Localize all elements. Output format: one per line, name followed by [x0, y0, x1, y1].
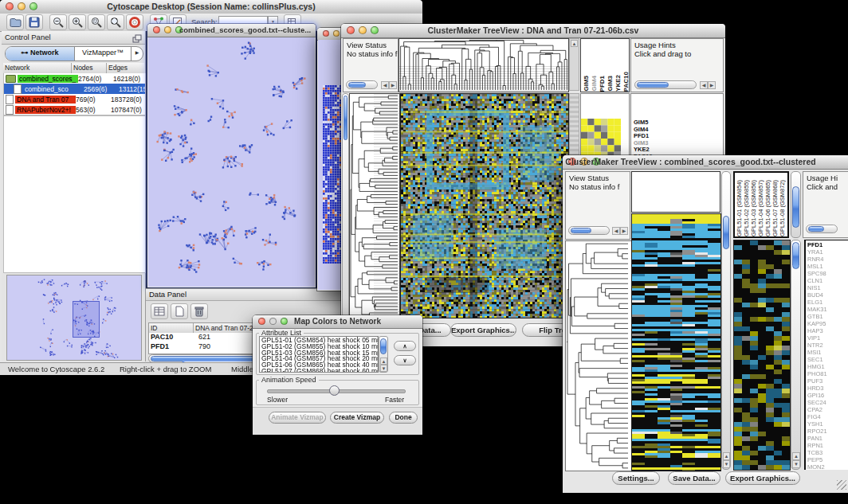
scroll-right-icon[interactable]: ▶ — [620, 227, 628, 235]
move-down-button[interactable]: ∨ — [394, 355, 416, 365]
gene-label[interactable]: RPN1 — [807, 442, 848, 449]
network-list-row[interactable]: DNA and Tran 07769(0)183728(0) — [4, 94, 145, 104]
zoom-vscrollbar[interactable]: ▲ ▼ — [791, 240, 801, 470]
gene-label[interactable]: SPC98 — [807, 270, 848, 277]
gene-label[interactable]: RNR4 — [807, 256, 848, 263]
gene-label[interactable]: BUD4 — [807, 291, 848, 299]
usage-hints-scrollbar[interactable] — [806, 225, 838, 233]
labels-vscrollbar[interactable] — [791, 171, 801, 238]
gene-label[interactable]: PAN1 — [807, 435, 848, 442]
gene-label[interactable]: NTR2 — [807, 342, 848, 349]
zoom-in-button[interactable] — [69, 14, 86, 30]
network-view-titlebar[interactable]: combined_scores_good.txt--cluste... — [147, 24, 316, 37]
dendrogram-scroll-strip[interactable]: ▲ — [569, 38, 579, 91]
treeview2-heatmap-canvas[interactable] — [631, 213, 721, 471]
network-view-canvas[interactable] — [148, 37, 315, 287]
help-button[interactable] — [126, 14, 143, 30]
save-data-button[interactable]: Save Data... — [668, 471, 720, 485]
settings-button[interactable]: Settings... — [612, 471, 660, 485]
create-vizmap-button[interactable]: Create Vizmap — [330, 412, 384, 424]
scroll-down-icon[interactable]: ▼ — [723, 460, 730, 468]
gene-label[interactable]: TCB3 — [807, 449, 848, 456]
tab-overflow-arrow[interactable]: ▶ — [131, 47, 143, 61]
treeview1-vscrollbar[interactable] — [342, 93, 349, 318]
export-graphics-button[interactable]: Export Graphics... — [450, 323, 516, 337]
zoom-heatmap-canvas[interactable] — [733, 240, 791, 471]
table-mode-button[interactable] — [151, 303, 168, 319]
gene-label[interactable]: CLN1 — [807, 277, 848, 284]
tab-vizmapper[interactable]: VizMapper™ — [75, 47, 131, 61]
treeview2-titlebar[interactable]: ClusterMaker TreeView : combined_scores_… — [563, 155, 848, 170]
network-list-row[interactable]: RNAPuberNov2+!563(0)107847(0) — [4, 104, 145, 115]
close-icon[interactable] — [153, 26, 160, 33]
minimize-icon[interactable] — [333, 30, 340, 37]
attribute-list[interactable]: GPL51-01 (GSM854) heat shock 05 minGPL51… — [259, 336, 379, 373]
scroll-up-icon[interactable]: ▲ — [571, 40, 578, 47]
view-status-scrollbar[interactable] — [346, 80, 378, 89]
column-dendrogram-canvas[interactable] — [398, 38, 569, 92]
gene-label[interactable]: PHO81 — [807, 370, 848, 377]
gene-label[interactable]: YRA1 — [807, 248, 848, 256]
scroll-left-icon[interactable]: ◀ — [381, 81, 389, 89]
open-button[interactable] — [6, 14, 24, 30]
scroll-down-icon[interactable]: ▼ — [792, 460, 800, 468]
scroll-right-icon[interactable]: ▶ — [389, 81, 397, 89]
gene-label[interactable]: GPI16 — [807, 392, 848, 399]
gene-label[interactable]: PEP5 — [807, 456, 848, 463]
network-list-row[interactable]: combined_sco2569(6)13112(15) — [4, 84, 145, 94]
gene-label[interactable]: PFD1 — [807, 241, 848, 248]
move-up-button[interactable]: ∧ — [394, 341, 416, 351]
treeview1-heatmap-canvas[interactable] — [400, 93, 569, 318]
col-nodes[interactable]: Nodes — [72, 63, 107, 73]
treeview1-titlebar[interactable]: ClusterMaker TreeView : DNA and Tran 07-… — [341, 24, 725, 38]
treeview2-vscrollbar[interactable]: ▲ ▼ — [721, 171, 731, 470]
gene-label[interactable]: HMG1 — [807, 363, 848, 370]
minimize-icon[interactable] — [164, 26, 171, 33]
scroll-left-icon[interactable]: ◀ — [700, 81, 708, 89]
resize-grip[interactable] — [837, 480, 846, 490]
gene-label[interactable]: CPA2 — [807, 406, 848, 413]
overview-viewport-rect[interactable] — [73, 301, 100, 338]
gene-label[interactable]: SEC24 — [807, 399, 848, 406]
float-panel-icon[interactable] — [132, 33, 142, 47]
gene-label[interactable]: KAP95 — [807, 320, 848, 327]
scroll-right-icon[interactable]: ▶ — [708, 81, 716, 89]
scroll-up-icon[interactable]: ▲ — [380, 357, 387, 365]
gene-label[interactable]: MSI1 — [807, 349, 848, 356]
main-titlebar[interactable]: Cytoscape Desktop (Session Name: collins… — [0, 0, 422, 14]
export-graphics-button[interactable]: Export Graphics... — [725, 471, 800, 485]
row-dendrogram-canvas[interactable] — [349, 93, 400, 318]
gene-label[interactable]: VIP1 — [807, 334, 848, 342]
gene-label[interactable]: YSH1 — [807, 420, 848, 428]
col-edges[interactable]: Edges — [107, 63, 144, 73]
network-list-row[interactable]: combined_scores_2764(0)16218(0) — [4, 73, 145, 84]
similarity-matrix-canvas[interactable] — [581, 119, 621, 158]
delete-attribute-button[interactable] — [190, 303, 208, 319]
dialog-titlebar[interactable]: Map Colors to Network — [253, 315, 422, 329]
done-button[interactable]: Done — [389, 412, 418, 424]
gene-label[interactable]: MON2 — [807, 463, 848, 470]
row-dendrogram-canvas[interactable] — [565, 240, 632, 471]
gene-label[interactable]: HRD3 — [807, 385, 848, 392]
close-icon[interactable] — [323, 30, 329, 37]
tab-network[interactable]: ⊶ Network — [6, 47, 75, 61]
gene-label[interactable]: ELG1 — [807, 299, 848, 306]
usage-hints-scrollbar[interactable] — [634, 80, 697, 89]
scroll-left-icon[interactable]: ◀ — [612, 227, 620, 235]
gene-label[interactable]: GTB1 — [807, 313, 848, 320]
gene-label[interactable]: MAK31 — [807, 306, 848, 313]
view-status-scrollbar[interactable] — [568, 226, 610, 235]
animate-vizmap-button[interactable]: Animate Vizmap — [269, 412, 326, 424]
gene-label[interactable]: PUF3 — [807, 377, 848, 385]
column-dendrogram-area[interactable] — [631, 171, 720, 213]
attribute-list-item[interactable]: GPL51-07 (GSM868) heat shock 60 min — [261, 369, 378, 373]
col-network[interactable]: Network — [3, 63, 72, 73]
network-overview-panel[interactable] — [6, 275, 142, 361]
attribute-list-scrollbar[interactable]: ▲ ▼ — [379, 336, 388, 373]
save-button[interactable] — [26, 14, 43, 30]
gene-label[interactable]: SEC1 — [807, 356, 848, 363]
zoom-out-button[interactable] — [49, 14, 67, 30]
gene-label[interactable]: MSL1 — [807, 263, 848, 270]
id-column-header[interactable]: ID — [149, 323, 194, 333]
scroll-up-icon[interactable]: ▲ — [792, 452, 800, 460]
